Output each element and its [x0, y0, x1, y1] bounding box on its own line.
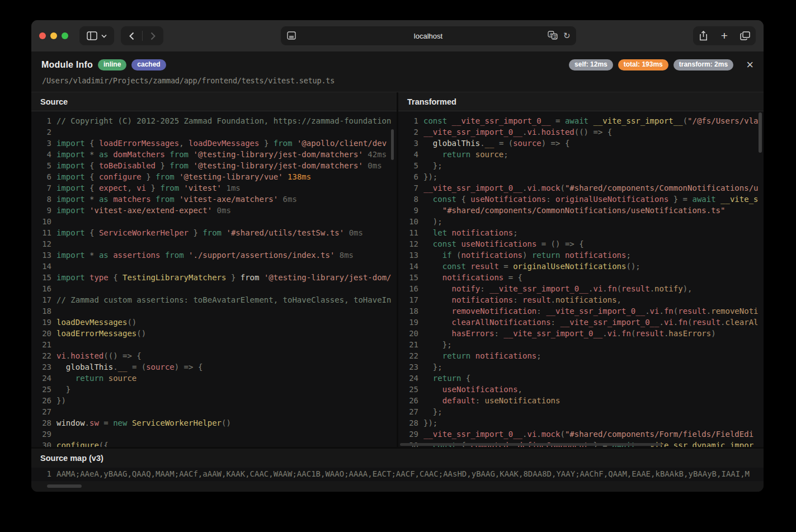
address-bar-actions: A 文 ↻ [548, 31, 571, 40]
line-number: 28 [31, 417, 56, 429]
line-number: 20 [31, 328, 56, 339]
line-number: 25 [398, 384, 423, 395]
module-info-header: Module Info inline cached self: 12ms tot… [31, 51, 764, 85]
sourcemap-horizontal-scrollbar[interactable] [47, 484, 82, 488]
code-line: 17// Zammad custom assertions: toBeAvata… [31, 294, 397, 305]
transformed-code-view[interactable]: 1const __vite_ssr_import_0__ = await __v… [398, 111, 764, 447]
code-line: 8 const { useNotifications: originalUseN… [398, 194, 764, 205]
line-number: 23 [398, 361, 423, 373]
line-number: 1 [31, 115, 56, 126]
navigation-buttons [121, 26, 163, 45]
line-number: 13 [398, 249, 423, 261]
line-number: 15 [31, 272, 56, 283]
line-number: 9 [398, 205, 423, 216]
line-number: 9 [31, 205, 56, 216]
source-vertical-scrollbar[interactable] [391, 129, 394, 160]
code-line: 16 [31, 283, 397, 294]
code-line: 30configure({ [31, 440, 397, 447]
code-line: 21 }; [398, 339, 764, 350]
zoom-window-button[interactable] [62, 32, 68, 39]
code-line: 10 ); [398, 216, 764, 227]
line-number: 26 [31, 395, 56, 406]
line-number: 27 [31, 406, 56, 417]
code-line: 18 removeNotification: __vite_ssr_import… [398, 305, 764, 317]
code-line: 7__vite_ssr_import_0__.vi.mock("#shared/… [398, 182, 764, 194]
code-line: 4 return source; [398, 149, 764, 160]
module-file-path: /Users/vladimir/Projects/zammad/app/fron… [42, 76, 753, 85]
line-number: 22 [398, 350, 423, 361]
code-line: 20loadErrorMessages() [31, 328, 397, 339]
sourcemap-code-view[interactable]: 1AAMA;AAeA,yBAAG,QAAQ,MAAM;AACf,aAAW,KAA… [31, 468, 764, 481]
page-title: Module Info [41, 60, 93, 70]
line-number: 19 [398, 317, 423, 328]
code-panels: Source 1// Copyright (C) 2012-2025 Zamma… [31, 92, 764, 447]
tab-overview-button[interactable] [735, 26, 756, 45]
code-line: 9 "#shared/components/CommonNotification… [398, 205, 764, 216]
code-line: 20 hasErrors: __vite_ssr_import_0__.vi.f… [398, 328, 764, 339]
code-line: 14 [31, 261, 397, 272]
line-number: 27 [398, 406, 423, 417]
timing-transform-badge: transform: 2ms [673, 59, 733, 71]
code-line: 27 [31, 406, 397, 417]
timing-total-badge: total: 193ms [618, 59, 668, 71]
transformed-horizontal-scrollbar[interactable] [400, 443, 662, 446]
window-controls [39, 32, 68, 39]
line-number: 8 [398, 194, 423, 205]
forward-button[interactable] [143, 26, 163, 45]
share-button[interactable] [693, 26, 714, 45]
line-number: 23 [31, 361, 56, 373]
reload-icon[interactable]: ↻ [563, 31, 571, 40]
transformed-panel-title: Transformed [398, 92, 764, 111]
code-line: 11import { ServiceWorkerHelper } from '#… [31, 227, 397, 238]
new-tab-button[interactable]: + [714, 26, 734, 45]
code-line: 11 let notifications; [398, 227, 764, 238]
line-number: 24 [398, 373, 423, 384]
line-number: 6 [398, 171, 423, 182]
code-line: 22vi.hoisted(() => { [31, 350, 397, 361]
badge-inline: inline [98, 59, 126, 71]
source-panel-title: Source [31, 92, 397, 111]
svg-text:文: 文 [553, 34, 558, 39]
minimize-window-button[interactable] [50, 32, 57, 39]
code-line: 6}); [398, 171, 764, 182]
code-line: 1const __vite_ssr_import_0__ = await __v… [398, 115, 764, 126]
transformed-vertical-scrollbar[interactable] [759, 112, 762, 153]
sourcemap-section: Source map (v3) 1AAMA;AAeA,yBAAG,QAAQ,MA… [31, 447, 764, 492]
line-number: 11 [398, 227, 423, 238]
code-line: 17 notifications: result.notifications, [398, 294, 764, 305]
code-line: 6import { configure } from '@testing-lib… [31, 171, 397, 182]
code-line: 15 notifications = { [398, 272, 764, 283]
url-text: localhost [281, 32, 576, 40]
toolbar-right-actions: + [693, 26, 756, 45]
sidebar-toggle-button[interactable] [79, 26, 114, 45]
translate-icon[interactable]: A 文 [548, 31, 558, 40]
code-line: 14 const result = originalUseNotificatio… [398, 261, 764, 272]
line-number: 2 [398, 126, 423, 138]
code-line: 25 useNotifications, [398, 384, 764, 395]
line-number: 14 [398, 261, 423, 272]
address-bar[interactable]: localhost A 文 ↻ [281, 26, 576, 45]
line-number: 11 [31, 227, 56, 238]
line-number: 10 [31, 216, 56, 227]
transformed-panel: Transformed 1const __vite_ssr_import_0__… [398, 92, 764, 447]
line-number: 21 [31, 339, 56, 350]
code-line: 4import * as domMatchers from '@testing-… [31, 149, 397, 160]
close-icon[interactable]: × [746, 59, 753, 71]
code-line: 28window.sw = new ServiceWorkerHelper() [31, 417, 397, 429]
line-number: 14 [31, 261, 56, 272]
line-number: 29 [31, 429, 56, 440]
line-number: 18 [31, 305, 56, 317]
line-number: 19 [31, 317, 56, 328]
close-window-button[interactable] [39, 32, 46, 39]
chevron-down-icon [101, 34, 107, 38]
line-number: 22 [31, 350, 56, 361]
code-line: 16 notify: __vite_ssr_import_0__.vi.fn(r… [398, 283, 764, 294]
code-line: 23 }; [398, 361, 764, 373]
source-code-view[interactable]: 1// Copyright (C) 2012-2025 Zammad Found… [31, 111, 397, 447]
code-line: 5 }; [398, 160, 764, 171]
line-number: 4 [398, 149, 423, 160]
line-number: 18 [398, 305, 423, 317]
source-panel: Source 1// Copyright (C) 2012-2025 Zamma… [31, 92, 397, 447]
back-button[interactable] [121, 26, 142, 45]
code-line: 13import * as assertions from './support… [31, 249, 397, 261]
